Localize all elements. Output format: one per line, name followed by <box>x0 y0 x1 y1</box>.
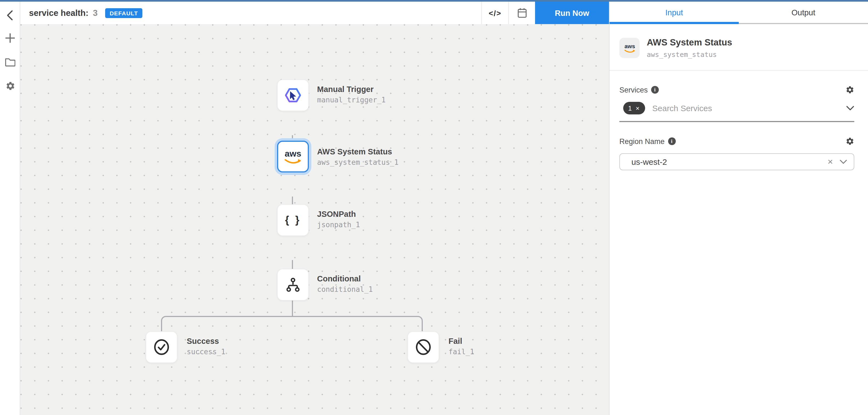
node-fail[interactable] <box>407 331 439 363</box>
node-title: Success <box>187 337 225 346</box>
panel-node-header: aws AWS System Status aws_system_status <box>610 24 868 71</box>
chip-remove-icon[interactable]: × <box>636 104 639 112</box>
node-title: Conditional <box>317 274 373 283</box>
services-label-text: Services <box>619 86 648 94</box>
node-label-jsonpath: JSONPath jsonpath_1 <box>317 210 360 229</box>
chip-count: 1 <box>628 104 632 112</box>
node-manual-trigger[interactable] <box>277 79 309 111</box>
svg-text:aws: aws <box>285 149 301 159</box>
workflow-run-count: 3 <box>93 8 97 18</box>
folder-icon <box>5 57 16 66</box>
region-clear-icon[interactable]: × <box>821 156 839 167</box>
calendar-icon <box>517 8 527 18</box>
chevron-down-icon <box>846 106 854 110</box>
services-label: Services i <box>619 86 659 94</box>
tab-input[interactable]: Input <box>610 2 739 23</box>
region-input[interactable] <box>620 157 821 166</box>
workflow-header: service health: 3 DEFAULT </> Run Now <box>20 2 609 24</box>
node-id: aws_system_status_1 <box>317 158 398 166</box>
gear-icon <box>845 137 854 146</box>
node-label-manual-trigger: Manual Trigger manual_trigger_1 <box>317 85 385 104</box>
region-label-text: Region Name <box>619 137 664 146</box>
io-tabs: Input Output <box>610 2 868 24</box>
manual-trigger-icon <box>281 84 305 107</box>
info-icon: i <box>651 86 659 94</box>
node-label-conditional: Conditional conditional_1 <box>317 274 373 293</box>
services-count-chip[interactable]: 1 × <box>623 102 645 115</box>
region-label: Region Name i <box>619 137 676 146</box>
info-icon: i <box>668 137 676 145</box>
workflow-builder-app: service health: 3 DEFAULT </> Run Now <box>0 0 868 415</box>
svg-text:aws: aws <box>624 43 635 49</box>
panel-node-id: aws_system_status <box>647 51 732 59</box>
top-accent-strip <box>0 0 868 2</box>
panel-node-titles: AWS System Status aws_system_status <box>647 37 732 59</box>
gear-icon <box>845 86 854 94</box>
node-label-aws-system-status: AWS System Status aws_system_status_1 <box>317 147 398 166</box>
branch-connector-right <box>292 316 423 331</box>
services-placeholder: Search Services <box>652 103 712 113</box>
node-id: fail_1 <box>448 348 474 356</box>
region-select[interactable]: × <box>619 153 854 170</box>
node-success[interactable] <box>146 331 178 363</box>
panel-fields: Services i 1 × Search Services <box>610 86 868 170</box>
aws-logo-icon: aws <box>281 147 305 166</box>
code-icon: </> <box>489 8 502 17</box>
branch-connector-left <box>161 316 292 331</box>
back-button[interactable] <box>0 6 20 25</box>
workflow-canvas[interactable]: Manual Trigger manual_trigger_1 aws AWS … <box>20 24 609 415</box>
region-dropdown-button[interactable] <box>839 159 847 164</box>
run-now-button[interactable]: Run Now <box>535 2 609 24</box>
services-settings-button[interactable] <box>845 86 854 94</box>
default-badge: DEFAULT <box>105 8 143 18</box>
aws-logo-icon: aws <box>619 38 640 58</box>
edge-conditional-branch <box>292 300 293 316</box>
tab-output[interactable]: Output <box>739 2 868 23</box>
conditional-icon <box>284 276 302 294</box>
fail-icon <box>414 338 432 356</box>
code-view-button[interactable]: </> <box>482 2 508 24</box>
success-icon <box>153 338 170 356</box>
left-sidebar <box>0 2 20 415</box>
node-id: conditional_1 <box>317 285 373 293</box>
region-field-header: Region Name i <box>619 137 854 146</box>
node-jsonpath[interactable]: { } <box>277 204 309 236</box>
node-title: Manual Trigger <box>317 85 385 94</box>
services-dropdown-button[interactable] <box>846 106 854 110</box>
workflow-title: service health: <box>29 8 88 18</box>
node-title: JSONPath <box>317 210 360 219</box>
gear-icon <box>5 81 15 91</box>
node-label-fail: Fail fail_1 <box>448 337 474 356</box>
panel-node-title: AWS System Status <box>647 37 732 47</box>
workflow-title-group: service health: 3 DEFAULT <box>20 8 143 18</box>
plus-icon <box>5 33 16 43</box>
node-title: AWS System Status <box>317 147 398 156</box>
schedule-button[interactable] <box>508 2 535 24</box>
braces-icon: { } <box>285 214 301 226</box>
node-id: jsonpath_1 <box>317 221 360 229</box>
add-node-button[interactable] <box>0 29 20 47</box>
header-actions: </> Run Now <box>482 2 609 24</box>
node-conditional[interactable] <box>277 269 309 300</box>
services-field-header: Services i <box>619 86 854 94</box>
region-settings-button[interactable] <box>845 137 854 146</box>
settings-button[interactable] <box>0 77 20 95</box>
node-id: manual_trigger_1 <box>317 96 385 104</box>
services-select[interactable]: 1 × Search Services <box>619 102 854 122</box>
node-label-success: Success success_1 <box>187 337 225 356</box>
files-button[interactable] <box>0 53 20 71</box>
node-config-panel: Input Output aws AWS System Status aws_s… <box>609 2 868 415</box>
node-id: success_1 <box>187 348 225 356</box>
node-title: Fail <box>448 337 474 346</box>
back-chevron-icon <box>5 9 15 21</box>
node-aws-system-status[interactable]: aws <box>277 141 309 172</box>
chevron-down-icon <box>839 159 847 164</box>
